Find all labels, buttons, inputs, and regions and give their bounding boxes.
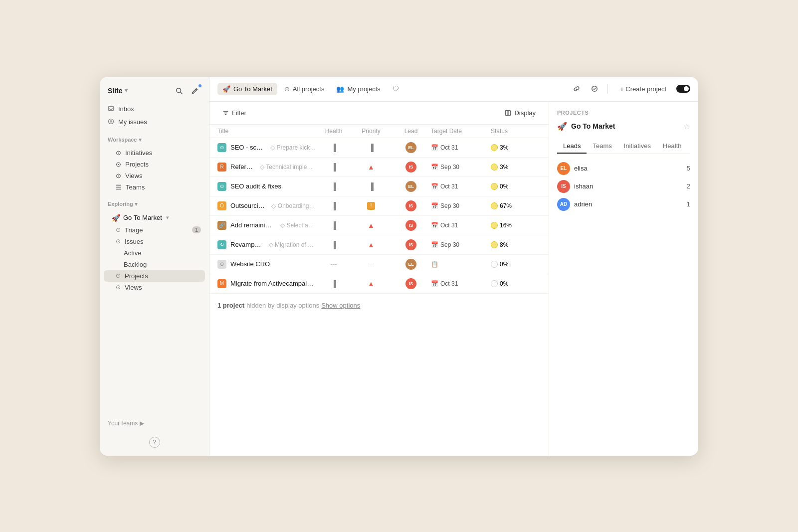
link-button[interactable] [570,82,584,96]
sidebar-item-teams[interactable]: ☰ Teams [104,181,205,193]
lead-cell: IS [391,239,431,250]
show-options-link[interactable]: Show options [321,302,360,309]
sidebar-item-initiatives[interactable]: ⊙ Initiatives [104,147,205,159]
sidebar-item-projects[interactable]: ⊙ Projects [104,159,205,170]
lead-item: IS ishaan 2 [557,180,690,193]
table-row[interactable]: ⊙ SEO - scaling articles ◇ Prepare kicko… [209,138,549,158]
exploring-section[interactable]: Exploring ▾ [100,195,209,209]
lead-cell: EL [391,259,431,270]
health-cell: --- [316,260,351,268]
health-cell: ▐ [316,163,351,171]
priority-high-icon: ▲ [368,163,375,171]
lead-count: 1 [687,200,690,208]
status-dot [491,164,498,171]
target-date-cell: 📅 Sep 30 [431,241,491,248]
tab-leads[interactable]: Leads [557,139,587,154]
sidebar-item-triage[interactable]: ⊙ Triage 1 [104,224,205,236]
sidebar-item-inbox[interactable]: Inbox [104,103,205,116]
shield-tab[interactable]: 🛡 [388,83,404,95]
compose-button[interactable] [189,85,201,97]
target-date-cell: 📅 Sep 30 [431,202,491,209]
calendar-icon: 📅 [431,202,438,209]
sidebar-item-views-sub[interactable]: ⊙ Views [104,282,205,293]
status-cell: 0% [491,280,541,287]
filter-bar: Filter Display [209,102,549,125]
table-row[interactable]: ↻ Revamp Customer ... ◇ Migration of old… [209,235,549,255]
project-name: Go To Market [571,122,615,130]
tab-health[interactable]: Health [657,139,688,154]
priority-urgent-icon: ! [367,202,375,210]
display-button[interactable]: Display [500,107,541,119]
col-status: Status [491,128,541,135]
col-lead: Lead [391,128,431,135]
table-row[interactable]: 🔗 Add remaining apps on the... ◇ Select … [209,216,549,235]
project-name-icon: 🚀 [557,122,567,131]
priority-med-icon: — [368,260,375,268]
bar-chart-icon: ▐ [331,202,336,210]
target-date-cell: 📅 Oct 31 [431,222,491,229]
project-title-cell: O Outsourcing of outbo... ◇ Onboarding o… [217,201,316,210]
check-button[interactable] [588,82,601,96]
target-date-cell: 📋 [431,261,491,268]
status-dot [491,280,498,287]
bar-chart-icon: ▐ [331,280,336,288]
search-button[interactable] [173,85,185,97]
status-dot [491,261,498,268]
app-name[interactable]: Slite ▾ [108,87,128,95]
teams-icon: ☰ [116,183,122,191]
table-row[interactable]: ⊙ SEO audit & fixes ▐ ▐ EL [209,177,549,196]
bar-chart-icon: ▐ [331,144,336,152]
svg-point-0 [177,88,181,92]
table-row[interactable]: R Referral Prog... ◇ Technical implement… [209,158,549,177]
table-row[interactable]: ⊙ Website CRO --- — EL 📋 [209,255,549,274]
main-content: 🚀 Go To Market ⊙ All projects 👥 My proje… [209,77,698,456]
priority-cell: ▐ [351,182,391,190]
exploring-nav: 🚀 Go To Market ▾ ⊙ Triage 1 ⊙ Issues Act… [100,209,209,295]
avatar: EL [405,142,416,153]
status-cell: 0% [491,183,541,190]
go-to-market-tab-icon: 🚀 [222,85,230,93]
sidebar-item-issues[interactable]: ⊙ Issues [104,236,205,247]
calendar-icon: 📅 [431,164,438,171]
create-project-button[interactable]: + Create project [614,83,672,95]
avatar: IS [405,239,416,250]
my-issues-icon [108,118,114,126]
sidebar-item-go-to-market[interactable]: 🚀 Go To Market ▾ [104,211,205,224]
tab-teams[interactable]: Teams [587,139,617,154]
calendar-icon: 📅 [431,241,438,248]
sidebar-item-backlog[interactable]: Backlog [104,259,205,270]
bar-chart-icon: ▐ [331,221,336,229]
go-to-market-tab[interactable]: 🚀 Go To Market [217,83,277,95]
table-row[interactable]: M Migrate from Activecampaign to Loops ▐… [209,274,549,294]
table-row[interactable]: O Outsourcing of outbo... ◇ Onboarding o… [209,196,549,216]
project-row-icon: ↻ [217,240,226,249]
svg-line-2 [196,89,197,90]
avatar-elisa: EL [557,162,570,175]
my-projects-tab[interactable]: 👥 My projects [331,83,385,95]
status-cell: 0% [491,261,541,268]
sidebar-item-my-issues[interactable]: My issues [104,116,205,129]
workspace-nav: ⊙ Initiatives ⊙ Projects ⊙ Views ☰ Teams [100,145,209,195]
filter-button[interactable]: Filter [217,107,251,119]
topbar-separator [607,84,608,94]
sidebar-item-active[interactable]: Active [104,247,205,259]
calendar-icon: 📅 [431,280,438,287]
all-projects-tab[interactable]: ⊙ All projects [279,83,330,95]
lead-cell: IS [391,278,431,289]
health-cell: ▐ [316,280,351,288]
topbar-nav: 🚀 Go To Market ⊙ All projects 👥 My proje… [217,83,566,95]
avatar: IS [405,162,416,173]
avatar: EL [405,259,416,270]
theme-toggle[interactable] [676,85,690,93]
tab-initiatives[interactable]: Initiatives [618,139,657,154]
sidebar-item-views[interactable]: ⊙ Views [104,170,205,181]
avatar: IS [405,220,416,231]
calendar-icon: 📅 [431,183,438,190]
your-teams[interactable]: Your teams ▶ [100,414,209,433]
sidebar-item-projects-sub[interactable]: ⊙ Projects [104,270,205,282]
star-button[interactable]: ☆ [683,122,690,131]
help-button[interactable]: ? [149,437,160,448]
project-title-cell: ⊙ Website CRO [217,260,316,269]
project-row-icon: ⊙ [217,260,226,269]
workspace-section[interactable]: Workspace ▾ [100,131,209,145]
